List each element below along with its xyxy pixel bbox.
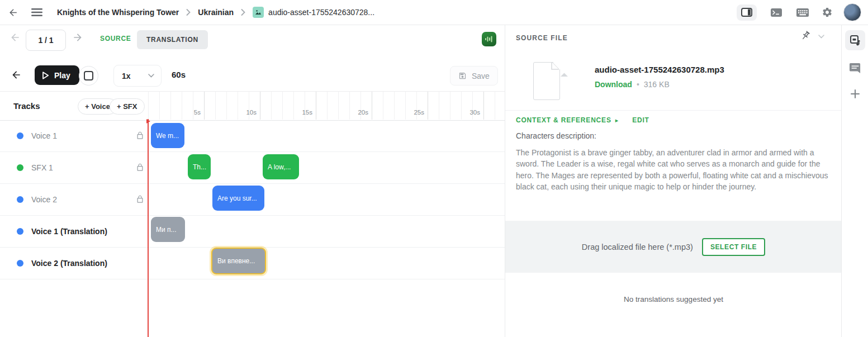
playback-speed-select[interactable]: 1x: [113, 65, 162, 87]
ruler-tick-label: 5s: [184, 109, 201, 116]
track-name: Voice 1: [31, 131, 57, 140]
layout-toggle-icon[interactable]: [737, 4, 757, 21]
ruler-tick: [428, 92, 428, 120]
ruler-tick: [204, 92, 205, 120]
audio-clip[interactable]: We m...: [151, 123, 184, 148]
back-icon[interactable]: [8, 7, 18, 18]
chevron-down-icon: [148, 74, 154, 78]
source-file-panel: SOURCE FILE audio-asset-1755242630728.mp…: [505, 25, 841, 337]
ruler-tick-label: 20s: [352, 109, 368, 116]
ruler-tick-label: 10s: [240, 109, 257, 116]
pin-icon[interactable]: [800, 30, 811, 41]
file-meta: Download • 316 KB: [595, 80, 670, 89]
track-name: Voice 1 (Translation): [31, 227, 107, 236]
rewind-back-icon[interactable]: [11, 69, 22, 80]
track-name: Voice 2: [31, 195, 57, 204]
play-button[interactable]: Play: [35, 65, 79, 85]
audio-clip[interactable]: Ми п...: [151, 217, 185, 242]
asset-image-icon: [253, 7, 264, 18]
speed-value: 1x: [122, 72, 148, 80]
next-page-icon[interactable]: [72, 32, 83, 43]
select-file-button[interactable]: SELECT FILE: [702, 238, 765, 256]
file-size: 316 KB: [644, 80, 670, 89]
ruler-tick: [483, 92, 484, 120]
terminal-icon[interactable]: [770, 8, 782, 17]
play-label: Play: [54, 71, 70, 80]
comments-panel-icon[interactable]: [845, 58, 865, 78]
tab-source[interactable]: SOURCE: [100, 35, 131, 42]
playhead-marker-icon: [146, 119, 150, 124]
audio-clip[interactable]: Are you sur...: [212, 186, 264, 211]
top-bar: Knights of the Whispering Tower Ukrainia…: [0, 0, 868, 25]
file-name: audio-asset-1755242630728.mp3: [595, 65, 724, 74]
breadcrumb-chevron-icon: [186, 9, 191, 16]
tracks-title: Tracks: [13, 92, 40, 120]
media-audio-panel-icon[interactable]: [845, 30, 865, 50]
breadcrumb-asset-label: audio-asset-1755242630728...: [268, 8, 374, 17]
ruler-tick-label: 30s: [463, 109, 480, 116]
play-icon: [41, 71, 50, 80]
keyboard-icon[interactable]: [796, 8, 809, 17]
tracks-header: Tracks + Voice + SFX 5s10s15s20s25s30s: [0, 91, 505, 121]
timeline-duration: 60s: [172, 70, 186, 79]
breadcrumb-asset[interactable]: audio-asset-1755242630728...: [253, 7, 374, 18]
user-avatar[interactable]: [843, 3, 861, 21]
breadcrumb-chevron-icon: [241, 9, 245, 16]
track-color-dot: [17, 260, 23, 267]
right-rail: [841, 25, 868, 337]
track-row[interactable]: Voice 1 (Translation): [0, 216, 505, 248]
stop-icon: [84, 71, 93, 80]
playhead[interactable]: [148, 119, 149, 337]
menu-icon[interactable]: [31, 8, 42, 17]
add-sfx-button[interactable]: + SFX: [110, 98, 145, 115]
save-button[interactable]: Save: [450, 66, 498, 86]
description-title: Characters description:: [516, 131, 596, 140]
ruler-tick-label: 15s: [296, 109, 312, 116]
track-color-dot: [17, 164, 23, 171]
edit-link[interactable]: EDIT: [632, 116, 649, 124]
collapse-chevron-icon[interactable]: [818, 35, 824, 39]
dropzone-hint: Drag localized file here (*.mp3): [582, 243, 693, 251]
timeline-ruler[interactable]: 5s10s15s20s25s30s: [148, 92, 496, 120]
file-document-icon: [533, 62, 560, 100]
context-arrow-icon: ▸: [615, 117, 619, 124]
stop-button[interactable]: [79, 66, 98, 86]
ruler-tick: [372, 92, 372, 120]
page-indicator[interactable]: 1 / 1: [26, 30, 66, 51]
ruler-tick: [260, 92, 260, 120]
track-name: SFX 1: [31, 163, 53, 172]
localized-file-dropzone[interactable]: Drag localized file here (*.mp3) SELECT …: [505, 221, 842, 273]
track-color-dot: [17, 132, 23, 139]
add-panel-icon[interactable]: [845, 84, 865, 104]
ruler-tick: [316, 92, 316, 120]
prev-page-icon[interactable]: [10, 32, 21, 43]
meta-separator: •: [637, 80, 639, 89]
context-references-link[interactable]: CONTEXT & REFERENCES: [516, 116, 611, 124]
breadcrumb-language[interactable]: Ukrainian: [198, 8, 234, 17]
settings-gear-icon[interactable]: [822, 7, 833, 18]
lock-icon[interactable]: [136, 195, 144, 203]
breadcrumb-project[interactable]: Knights of the Whispering Tower: [57, 8, 179, 17]
panel-divider: [505, 110, 842, 111]
audio-clip[interactable]: Th...: [188, 154, 211, 179]
track-row[interactable]: Voice 1: [0, 120, 505, 152]
lock-icon[interactable]: [136, 163, 144, 172]
lock-icon[interactable]: [136, 131, 144, 140]
tab-translation[interactable]: TRANSLATION: [137, 30, 208, 49]
save-icon: [458, 72, 467, 80]
no-translations-message: No translations suggested yet: [505, 295, 842, 303]
track-color-dot: [17, 228, 23, 235]
track-color-dot: [17, 196, 23, 203]
audio-clip[interactable]: Ви впевне...: [211, 248, 266, 274]
audio-clip[interactable]: A low,...: [263, 154, 299, 179]
save-label: Save: [472, 72, 490, 80]
description-body: The Protagonist is a brave ginger tabby,…: [516, 147, 832, 192]
track-name: Voice 2 (Translation): [31, 259, 107, 268]
audio-status-badge-icon[interactable]: [482, 32, 496, 46]
download-link[interactable]: Download: [595, 80, 632, 89]
ruler-tick-label: 25s: [407, 109, 424, 116]
timeline-area: 1 / 1 SOURCE TRANSLATION Play 1x 60s Sav…: [0, 25, 505, 337]
track-row[interactable]: SFX 1: [0, 152, 505, 184]
panel-title: SOURCE FILE: [516, 34, 568, 42]
